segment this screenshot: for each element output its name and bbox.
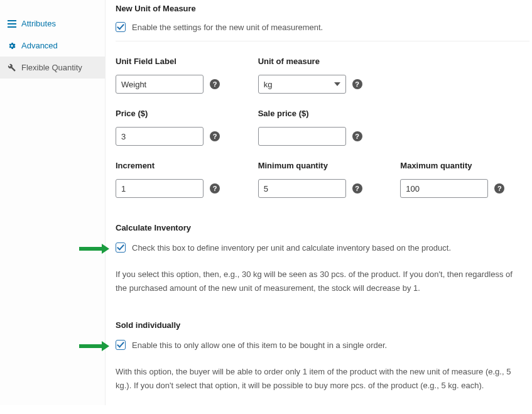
sidebar-item-label: Flexible Quantity: [21, 63, 82, 72]
wrench-icon: [8, 63, 16, 72]
help-icon[interactable]: ?: [352, 131, 362, 141]
field-label: Sale price ($): [258, 109, 376, 118]
field-increment: Increment ?: [116, 161, 233, 198]
sidebar-item-label: Advanced: [21, 41, 58, 50]
sale-price-input[interactable]: [258, 127, 346, 146]
calc-inventory-description: If you select this option, then, e.g., 3…: [116, 268, 524, 295]
field-price: Price ($) ?: [116, 109, 233, 146]
sidebar-item-attributes[interactable]: Attributes: [0, 13, 105, 35]
sold-individually-label: Enable this to only allow one of this it…: [132, 340, 387, 350]
field-label: Maximum quantity: [400, 161, 518, 170]
svg-rect-1: [8, 23, 16, 25]
sold-individually-section: Sold individually Enable this to only al…: [116, 320, 529, 393]
sidebar-item-flexible-quantity[interactable]: Flexible Quantity: [0, 57, 105, 79]
sidebar-item-advanced[interactable]: Advanced: [0, 35, 105, 57]
field-label: Increment: [116, 161, 233, 170]
help-icon[interactable]: ?: [494, 183, 504, 193]
gear-icon: [8, 41, 16, 50]
main-panel: New Unit of Measure Enable the settings …: [106, 0, 532, 405]
field-label: Minimum quantity: [258, 161, 376, 170]
divider: [116, 41, 529, 41]
section-heading: Calculate Inventory: [116, 223, 529, 232]
field-label: Unit Field Label: [116, 57, 233, 66]
form-grid: Unit Field Label ? Unit of measure kg ? …: [116, 57, 518, 198]
increment-input[interactable]: [116, 179, 204, 198]
field-label: Unit of measure: [258, 57, 376, 66]
sold-individually-description: With this option, the buyer will be able…: [116, 365, 524, 393]
field-unit-measure: Unit of measure kg ?: [258, 57, 376, 94]
help-icon[interactable]: ?: [210, 131, 220, 141]
help-icon[interactable]: ?: [210, 79, 220, 89]
unit-label-input[interactable]: [116, 75, 204, 94]
help-icon[interactable]: ?: [352, 183, 362, 193]
page-title: New Unit of Measure: [116, 4, 529, 13]
max-qty-input[interactable]: [400, 179, 488, 198]
field-label: Price ($): [116, 109, 233, 118]
calc-inventory-label: Check this box to define inventory per u…: [132, 243, 451, 253]
field-sale-price: Sale price ($) ?: [258, 109, 376, 146]
sidebar-item-label: Attributes: [21, 19, 56, 28]
sold-individually-checkbox[interactable]: [116, 340, 126, 350]
section-heading: Sold individually: [116, 320, 529, 330]
calc-inventory-checkbox[interactable]: [116, 242, 126, 253]
field-min-qty: Minimum quantity ?: [258, 161, 376, 198]
field-unit-label: Unit Field Label ?: [116, 57, 233, 94]
unit-measure-select[interactable]: kg: [258, 75, 346, 94]
svg-rect-0: [8, 20, 16, 21]
help-icon[interactable]: ?: [210, 183, 220, 193]
help-icon[interactable]: ?: [352, 79, 362, 89]
calculate-inventory-section: Calculate Inventory Check this box to de…: [116, 223, 529, 295]
list-icon: [8, 19, 16, 28]
price-input[interactable]: [116, 127, 204, 146]
enable-settings-label: Enable the settings for the new unit of …: [132, 23, 323, 32]
sidebar: Attributes Advanced Flexible Quantity: [0, 0, 106, 405]
min-qty-input[interactable]: [258, 179, 346, 198]
enable-settings-row: Enable the settings for the new unit of …: [116, 22, 529, 32]
enable-settings-checkbox[interactable]: [116, 22, 126, 32]
field-max-qty: Maximum quantity ?: [400, 161, 518, 198]
svg-rect-2: [8, 26, 16, 28]
